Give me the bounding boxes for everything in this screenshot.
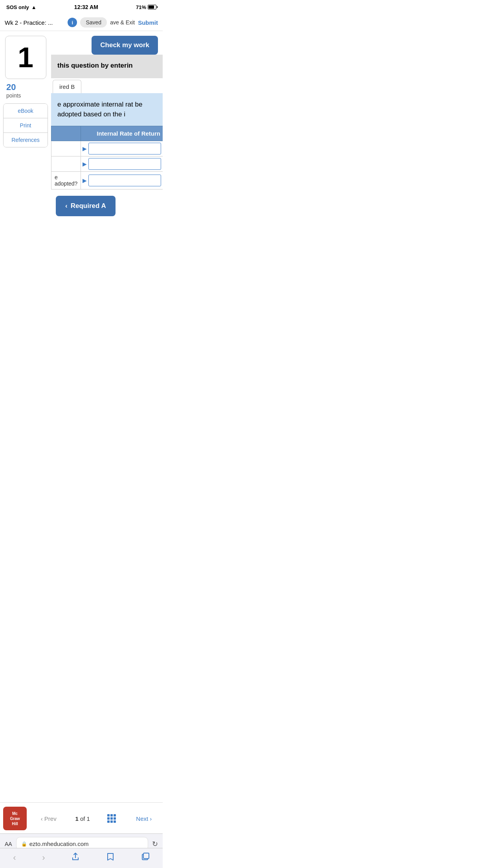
question-number-box: 1 <box>5 36 46 79</box>
check-my-work-button[interactable]: Check my work <box>92 36 158 55</box>
tabs-area: ired B <box>51 80 163 93</box>
table-header-irr: Internal Rate of Return <box>81 126 163 141</box>
header-title: Wk 2 - Practice: ... <box>5 19 64 26</box>
print-button[interactable]: Print <box>4 118 48 133</box>
arrow-icon-3: ▶ <box>83 177 87 184</box>
table-cell-input-1: ▶ <box>81 141 163 156</box>
main-content: 1 20 points eBook Print References Check… <box>0 31 163 246</box>
irr-input-3[interactable] <box>88 175 161 186</box>
question-body: e approximate internal rat be adopted ba… <box>51 93 163 126</box>
references-button[interactable]: References <box>4 133 48 147</box>
required-a-label: Required A <box>71 202 106 210</box>
status-time: 12:32 AM <box>74 4 98 10</box>
battery-icon <box>148 5 156 9</box>
table-row: e adopted? ▶ <box>51 171 163 189</box>
arrow-icon-2: ▶ <box>83 161 87 167</box>
irr-input-1[interactable] <box>88 143 161 154</box>
wifi-icon: ▲ <box>31 4 37 10</box>
table-cell-label-3: e adopted? <box>51 171 81 189</box>
battery-percent: 71% <box>136 4 146 10</box>
tab-required-b[interactable]: ired B <box>53 80 81 93</box>
question-banner: this question by enterin <box>51 55 163 78</box>
points-label: points <box>6 92 48 99</box>
table-header-left <box>51 126 81 141</box>
irr-table: Internal Rate of Return ▶ % <box>51 126 163 189</box>
carrier-text: SOS only <box>6 4 29 10</box>
save-exit-button[interactable]: ave & Exit <box>110 19 135 26</box>
table-cell-input-2: ▶ <box>81 156 163 171</box>
status-bar: SOS only ▲ 12:32 AM 71% <box>0 0 163 14</box>
header-nav: Wk 2 - Practice: ... i Saved ave & Exit … <box>0 14 163 31</box>
points-number: 20 <box>6 82 48 92</box>
content-area: Check my work this question by enterin i… <box>51 31 163 246</box>
info-button[interactable]: i <box>68 18 77 27</box>
ebook-button[interactable]: eBook <box>4 104 48 118</box>
arrow-icon-1: ▶ <box>83 145 87 152</box>
submit-button[interactable]: Submit <box>138 19 158 26</box>
question-number: 1 <box>18 41 33 74</box>
table-row: ▶ % <box>51 141 163 156</box>
question-body-text: e approximate internal rat be adopted ba… <box>57 101 142 118</box>
chevron-left-icon: ‹ <box>65 202 68 210</box>
required-a-button[interactable]: ‹ Required A <box>56 196 116 216</box>
status-battery: 71% <box>136 4 156 10</box>
table-cell-label-2 <box>51 156 81 171</box>
points-section: 20 points <box>3 82 48 99</box>
question-banner-text: this question by enterin <box>57 62 133 69</box>
table-container: Internal Rate of Return ▶ % <box>51 126 163 189</box>
table-cell-input-3: ▶ <box>81 171 163 189</box>
table-cell-label-1 <box>51 141 81 156</box>
table-row: ▶ % <box>51 156 163 171</box>
status-carrier: SOS only ▲ <box>6 4 37 10</box>
irr-input-2[interactable] <box>88 158 161 170</box>
sidebar: 1 20 points eBook Print References <box>0 31 51 246</box>
sidebar-buttons: eBook Print References <box>3 103 48 147</box>
saved-button[interactable]: Saved <box>80 17 107 28</box>
